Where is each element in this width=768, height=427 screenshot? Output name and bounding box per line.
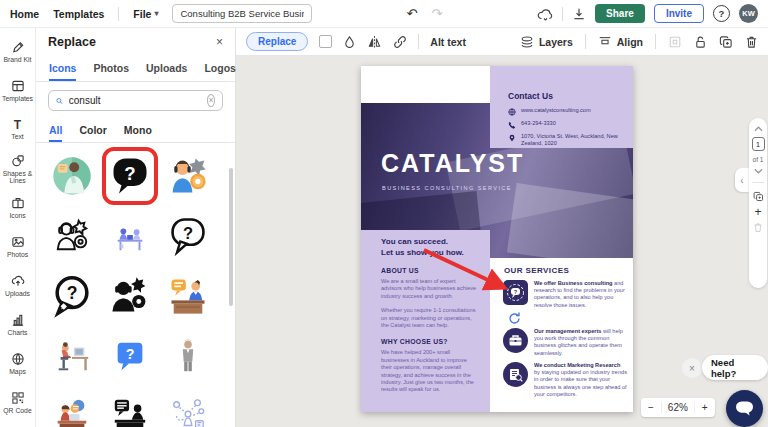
research-service-icon[interactable] (503, 362, 528, 387)
lock-icon[interactable] (694, 35, 707, 49)
home-link[interactable]: Home (10, 8, 39, 20)
sidebar-item-brand-kit[interactable]: Brand Kit (0, 32, 36, 71)
sidebar-item-qr-code[interactable]: QR Code (0, 383, 36, 422)
search-box[interactable]: × (48, 90, 223, 111)
page-navigator: 1 of 1 + (749, 118, 767, 288)
divider (118, 7, 119, 21)
tab-photos[interactable]: Photos (93, 56, 129, 81)
sidebar-item-maps[interactable]: Maps (0, 344, 36, 383)
chat-launcher-button[interactable] (726, 390, 763, 427)
add-page-icon[interactable]: + (754, 207, 761, 217)
tab-logos[interactable]: Logos (204, 56, 236, 81)
undo-icon[interactable]: ↶ (406, 6, 417, 21)
briefcase-icon (11, 196, 25, 210)
briefcase-service-icon[interactable] (503, 328, 528, 353)
panel-scrollbar[interactable] (229, 168, 233, 306)
why-heading: WHY CHOOSE US? (381, 338, 477, 345)
chevron-down-icon: ▾ (154, 9, 158, 18)
group-icon-disabled (668, 35, 682, 49)
templates-link[interactable]: Templates (53, 8, 104, 20)
layers-button[interactable]: Layers (520, 35, 573, 49)
sidebar-item-templates[interactable]: Templates (0, 71, 36, 110)
zoom-level[interactable]: 62% (661, 402, 695, 413)
current-page[interactable]: 1 (752, 137, 765, 151)
zoom-out-button[interactable]: − (641, 402, 661, 413)
dismiss-help-icon[interactable]: × (682, 358, 702, 378)
close-icon[interactable]: × (216, 35, 223, 49)
icon-result-support-agent-outline[interactable] (44, 207, 100, 265)
sidebar-item-text[interactable]: T Text (0, 110, 36, 149)
refresh-icon[interactable] (507, 311, 522, 326)
sidebar-item-shapes-lines[interactable]: Shapes & Lines (0, 149, 36, 188)
flyer-page[interactable]: Contact Us www.catalystconsulting.com 64… (361, 66, 633, 412)
icon-result-support-agent-color[interactable] (160, 147, 216, 205)
alt-text-button[interactable]: Alt text (430, 36, 466, 48)
avatar[interactable]: KW (739, 4, 758, 23)
page-up-icon[interactable] (754, 126, 763, 132)
delete-page-icon-disabled (753, 222, 763, 233)
link-icon[interactable] (393, 35, 407, 49)
icon-result-consultant-person-color[interactable] (44, 147, 100, 205)
divider (585, 34, 586, 49)
icon-result-person-at-computer-color[interactable] (44, 327, 100, 385)
divider (655, 34, 656, 49)
align-button[interactable]: Align (598, 35, 643, 49)
fill-color-swatch[interactable] (319, 35, 332, 48)
cloud-sync-icon[interactable] (537, 7, 553, 21)
icon-result-team-meeting-illustration[interactable] (102, 207, 158, 265)
tab-icons[interactable]: Icons (49, 56, 76, 81)
search-input[interactable] (69, 95, 201, 106)
service-item: ? We offer Business consulting and resea… (503, 280, 627, 309)
contact-website: www.catalystconsulting.com (521, 107, 591, 114)
trash-icon[interactable] (745, 35, 758, 49)
share-button[interactable]: Share (595, 4, 645, 23)
flyer-contact-block: Contact Us www.catalystconsulting.com 64… (490, 66, 633, 148)
clear-search-icon[interactable]: × (207, 94, 215, 107)
icon-result-question-speech-bubble-outline[interactable]: ? (160, 207, 216, 265)
replace-button[interactable]: Replace (246, 32, 308, 51)
image-icon (11, 235, 25, 249)
filter-color[interactable]: Color (79, 119, 106, 142)
icon-result-question-speech-bubble-solid[interactable]: ? (102, 147, 158, 205)
about-paragraph-2: Whether you require 1-1 consultations on… (381, 307, 477, 329)
duplicate-page-icon[interactable] (753, 191, 764, 202)
service-bold: Our management experts (534, 328, 601, 334)
file-menu[interactable]: File ▾ (133, 8, 158, 20)
icon-result-question-speech-bubble-outline-bold[interactable]: ? (44, 267, 100, 325)
help-button[interactable]: ? (713, 5, 730, 22)
phone-icon (508, 121, 516, 129)
consulting-question-icon[interactable]: ? (503, 280, 528, 305)
tab-uploads[interactable]: Uploads (146, 56, 187, 81)
service-item: We conduct Marketing Research by staying… (503, 362, 627, 398)
icon-result-presenter-desk-color[interactable] (160, 267, 216, 325)
about-heading: ABOUT US (381, 267, 477, 274)
sidebar-item-photos[interactable]: Photos (0, 227, 36, 266)
sidebar-item-uploads[interactable]: Uploads (0, 266, 36, 305)
filter-mono[interactable]: Mono (124, 119, 152, 142)
context-toolbar: Replace Alt text Layers Al (236, 28, 768, 56)
contact-phone: 643-294-3330 (521, 120, 556, 127)
invite-button[interactable]: Invite (654, 4, 704, 23)
icon-result-receptionist-desk-color[interactable] (44, 387, 100, 427)
need-help-bubble[interactable]: Need help? (702, 355, 768, 380)
document-title-input[interactable] (172, 4, 312, 23)
icon-result-support-agent-solid[interactable] (102, 267, 158, 325)
bar-chart-icon (11, 313, 25, 327)
flip-icon[interactable] (367, 35, 382, 49)
icon-result-question-speech-bubble-blue[interactable]: ? (102, 327, 158, 385)
collapse-panel-tab[interactable]: ‹ (735, 168, 749, 192)
zoom-in-button[interactable]: + (695, 402, 715, 413)
filter-all[interactable]: All (49, 119, 62, 142)
sidebar-item-icons[interactable]: Icons (0, 188, 36, 227)
page-down-icon[interactable] (754, 168, 763, 174)
design-canvas[interactable]: Contact Us www.catalystconsulting.com 64… (236, 56, 768, 427)
download-icon[interactable] (572, 7, 586, 21)
duplicate-icon[interactable] (719, 35, 733, 49)
icon-result-brainstorm-sketch-light[interactable] (160, 387, 216, 427)
redo-icon[interactable]: ↷ (431, 6, 442, 21)
sidebar-item-charts[interactable]: Charts (0, 305, 36, 344)
icon-result-desk-speech-bubble-solid[interactable] (102, 387, 158, 427)
icon-result-standing-person-gray[interactable] (160, 327, 216, 385)
color-droplet-icon[interactable] (343, 35, 356, 49)
layout-icon (11, 79, 25, 93)
